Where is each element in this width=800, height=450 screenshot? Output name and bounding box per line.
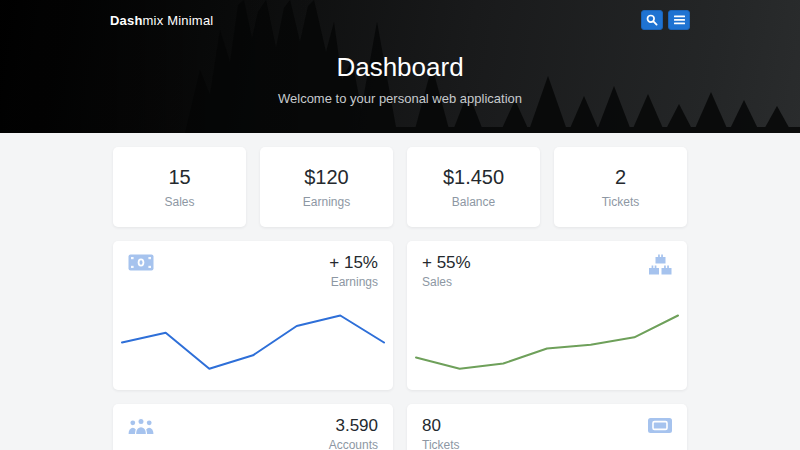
stat-value: $1.450 [443,166,504,189]
sales-delta: + 55% [422,254,471,271]
bottom-row: 3.590 Accounts 80 Tickets [113,404,687,450]
earnings-line-chart [114,297,392,389]
accounts-label: Accounts [329,439,378,450]
page-title: Dashboard [0,52,800,83]
dashboard-page: Dashmix Minimal D [0,0,800,450]
brand-logo[interactable]: Dashmix Minimal [110,13,213,28]
sales-line-chart [408,297,686,389]
sales-delta-label: Sales [422,276,471,288]
tickets-label: Tickets [422,439,460,450]
brand-rest: mix Minimal [143,13,214,28]
hero-text: Dashboard Welcome to your personal web a… [0,52,800,106]
stat-card-sales[interactable]: 15 Sales [113,147,246,227]
sales-chart-card[interactable]: + 55% Sales [407,241,687,390]
earnings-delta-label: Earnings [329,276,378,288]
cubes-icon [649,254,672,275]
stat-value: 2 [615,166,626,189]
users-icon [128,417,154,434]
brand-bold: Dash [110,13,143,28]
charts-row: + 15% Earnings + 55% Sales [113,241,687,390]
stat-card-tickets[interactable]: 2 Tickets [554,147,687,227]
stat-label: Tickets [602,195,640,209]
earnings-chart-card[interactable]: + 15% Earnings [113,241,393,390]
menu-button[interactable] [668,10,690,30]
hero-header: Dashmix Minimal D [0,0,800,133]
ticket-icon [648,417,672,434]
tickets-value: 80 [422,417,460,434]
stats-row: 15 Sales $120 Earnings $1.450 Balance 2 … [113,147,687,227]
hamburger-menu-icon [674,15,685,25]
stat-value: $120 [304,166,349,189]
stat-label: Sales [164,195,194,209]
accounts-card[interactable]: 3.590 Accounts [113,404,393,450]
stat-label: Balance [452,195,495,209]
navbar: Dashmix Minimal [0,0,800,40]
search-icon [646,14,658,26]
stat-label: Earnings [303,195,350,209]
main-content: 15 Sales $120 Earnings $1.450 Balance 2 … [113,147,687,450]
navbar-actions [641,10,690,30]
earnings-delta: + 15% [329,254,378,271]
stat-card-earnings[interactable]: $120 Earnings [260,147,393,227]
money-bill-icon [128,254,154,271]
stat-card-balance[interactable]: $1.450 Balance [407,147,540,227]
page-subtitle: Welcome to your personal web application [0,91,800,106]
accounts-value: 3.590 [329,417,378,434]
search-button[interactable] [641,10,663,30]
stat-value: 15 [168,166,190,189]
tickets-card[interactable]: 80 Tickets [407,404,687,450]
